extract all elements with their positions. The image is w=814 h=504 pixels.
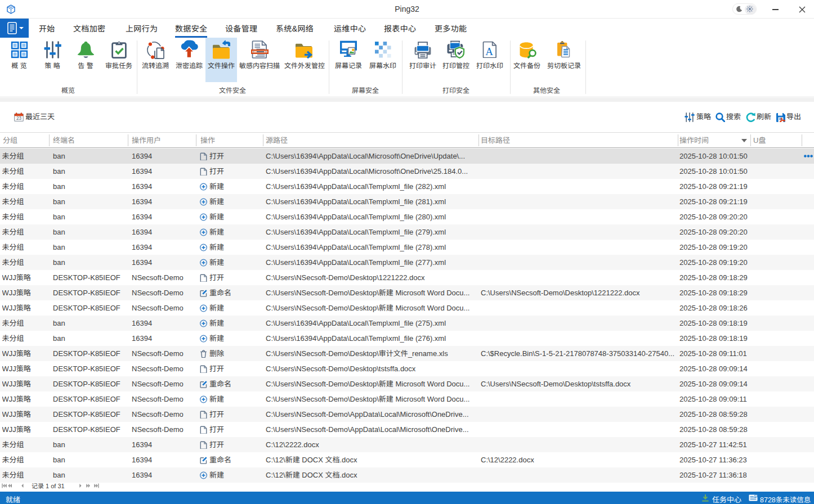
svg-text:23: 23 xyxy=(16,116,22,121)
svg-text:A: A xyxy=(485,46,493,57)
